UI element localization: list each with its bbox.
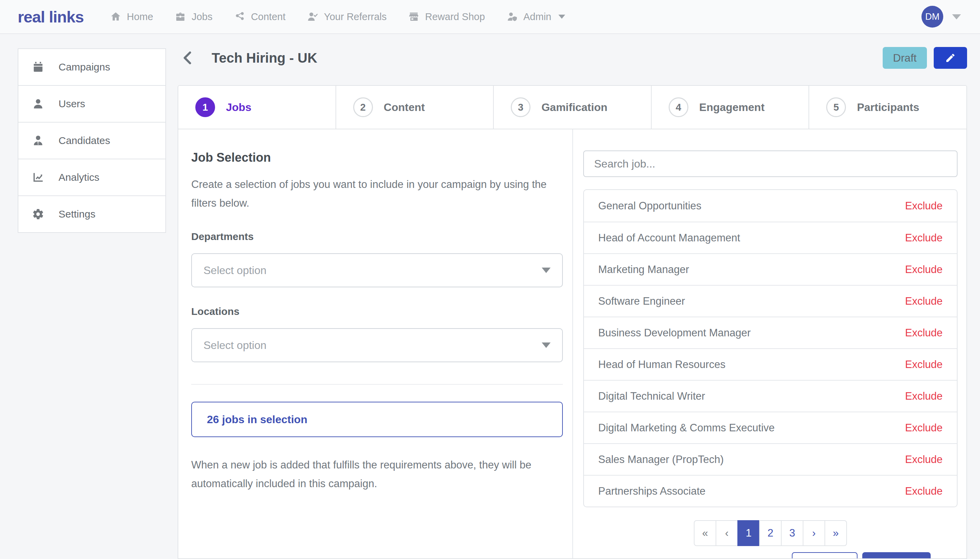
tab-jobs[interactable]: 1 Jobs bbox=[178, 86, 336, 129]
tab-label: Content bbox=[384, 101, 425, 114]
nav-item-admin[interactable]: Admin bbox=[506, 11, 565, 23]
chart-line-icon bbox=[32, 171, 44, 184]
locations-label: Locations bbox=[191, 306, 563, 317]
avatar-menu-chevron-down-icon[interactable] bbox=[952, 14, 961, 20]
primary-nav: Home Jobs Content Your Referrals Reward … bbox=[110, 11, 587, 23]
divider bbox=[191, 384, 563, 385]
departments-select[interactable]: Select option bbox=[191, 253, 563, 287]
tab-gamification[interactable]: 3 Gamification bbox=[494, 86, 652, 129]
search-job-input[interactable] bbox=[583, 150, 957, 177]
exclude-link[interactable]: Exclude bbox=[905, 232, 942, 244]
exclude-link[interactable]: Exclude bbox=[905, 263, 942, 276]
step-number: 2 bbox=[353, 98, 373, 117]
pencil-icon bbox=[945, 53, 956, 63]
share-icon bbox=[234, 11, 245, 22]
gear-icon bbox=[32, 208, 44, 220]
nav-item-jobs[interactable]: Jobs bbox=[175, 11, 212, 23]
job-name: General Opportunities bbox=[598, 200, 701, 212]
sidebar-item-label: Analytics bbox=[59, 172, 99, 183]
calendar-icon bbox=[32, 61, 44, 73]
job-name: Digital Technical Writer bbox=[598, 390, 705, 402]
nav-item-content[interactable]: Content bbox=[234, 11, 285, 23]
nav-item-reward-shop[interactable]: Reward Shop bbox=[408, 11, 485, 23]
top-navbar: real links Home Jobs Content Your Referr… bbox=[0, 0, 980, 34]
step-number: 3 bbox=[511, 98, 531, 117]
exclude-link[interactable]: Exclude bbox=[905, 295, 942, 308]
job-row: Partnerships Associate Exclude bbox=[584, 475, 957, 506]
sidebar-item-candidates[interactable]: Candidates bbox=[18, 122, 166, 159]
briefcase-icon bbox=[175, 11, 186, 22]
nav-item-your-referrals[interactable]: Your Referrals bbox=[307, 11, 386, 23]
job-selection-description: Create a selection of jobs you want to i… bbox=[191, 175, 559, 212]
avatar[interactable]: DM bbox=[921, 6, 943, 28]
campaign-wizard-card: 1 Jobs 2 Content 3 Gamification 4 Engage… bbox=[178, 85, 967, 559]
exclude-link[interactable]: Exclude bbox=[905, 390, 942, 402]
edit-campaign-button[interactable] bbox=[934, 47, 967, 69]
pagination-page-3[interactable]: 3 bbox=[781, 520, 803, 546]
wizard-next-button-partial[interactable] bbox=[862, 552, 931, 559]
home-icon bbox=[110, 11, 121, 22]
job-row: Sales Manager (PropTech) Exclude bbox=[584, 443, 957, 475]
jobs-step-content: Job Selection Create a selection of jobs… bbox=[178, 129, 967, 559]
chevron-down-icon bbox=[558, 15, 565, 19]
tab-content[interactable]: 2 Content bbox=[336, 86, 494, 129]
user-shield-icon bbox=[506, 11, 518, 22]
pagination-first[interactable]: « bbox=[694, 520, 716, 546]
job-row: Digital Technical Writer Exclude bbox=[584, 380, 957, 412]
job-name: Digital Marketing & Comms Executive bbox=[598, 422, 775, 434]
back-button[interactable] bbox=[180, 50, 195, 65]
job-row: Software Engineer Exclude bbox=[584, 285, 957, 317]
step-number: 1 bbox=[195, 98, 215, 117]
navbar-right: DM bbox=[921, 6, 970, 28]
campaign-header: Tech Hiring - UK Draft bbox=[178, 38, 967, 78]
pagination-prev[interactable]: ‹ bbox=[716, 520, 738, 546]
exclude-link[interactable]: Exclude bbox=[905, 422, 942, 434]
exclude-link[interactable]: Exclude bbox=[905, 200, 942, 212]
chevron-left-icon bbox=[180, 50, 195, 65]
sidebar-item-settings[interactable]: Settings bbox=[18, 195, 166, 233]
pagination-next[interactable]: › bbox=[803, 520, 825, 546]
job-name: Head of Account Management bbox=[598, 232, 740, 244]
job-name: Partnerships Associate bbox=[598, 485, 705, 498]
tab-participants[interactable]: 5 Participants bbox=[809, 86, 967, 129]
job-selection-panel: Job Selection Create a selection of jobs… bbox=[178, 129, 573, 559]
job-row: General Opportunities Exclude bbox=[584, 190, 957, 222]
pagination: « ‹ 1 2 3 › » bbox=[583, 520, 957, 546]
real-links-logo[interactable]: real links bbox=[18, 8, 84, 26]
pagination-page-1[interactable]: 1 bbox=[737, 520, 760, 546]
nav-item-label: Jobs bbox=[191, 11, 212, 23]
jobs-in-selection-box: 26 jobs in selection bbox=[191, 402, 563, 437]
sidebar-item-users[interactable]: Users bbox=[18, 85, 166, 122]
wizard-back-button-partial[interactable] bbox=[792, 552, 858, 559]
locations-select[interactable]: Select option bbox=[191, 328, 563, 362]
job-selection-heading: Job Selection bbox=[191, 150, 563, 165]
job-name: Head of Human Resources bbox=[598, 359, 726, 371]
wizard-steps: 1 Jobs 2 Content 3 Gamification 4 Engage… bbox=[178, 86, 967, 129]
exclude-link[interactable]: Exclude bbox=[905, 453, 942, 466]
chevron-down-icon bbox=[542, 268, 551, 273]
pagination-last[interactable]: » bbox=[825, 520, 847, 546]
job-name: Sales Manager (PropTech) bbox=[598, 453, 724, 466]
sidebar-item-label: Users bbox=[59, 98, 85, 110]
exclude-link[interactable]: Exclude bbox=[905, 327, 942, 339]
auto-include-note: When a new job is added that fulfills th… bbox=[191, 455, 559, 493]
departments-label: Departments bbox=[191, 231, 563, 242]
job-list: General Opportunities Exclude Head of Ac… bbox=[583, 189, 957, 507]
chevron-down-icon bbox=[542, 342, 551, 348]
nav-item-home[interactable]: Home bbox=[110, 11, 153, 23]
store-icon bbox=[408, 11, 419, 22]
exclude-link[interactable]: Exclude bbox=[905, 485, 942, 498]
job-row: Head of Human Resources Exclude bbox=[584, 348, 957, 380]
status-badge: Draft bbox=[883, 47, 927, 69]
sidebar-item-campaigns[interactable]: Campaigns bbox=[18, 48, 166, 86]
job-row: Marketing Manager Exclude bbox=[584, 253, 957, 285]
jobs-in-selection-count: 26 jobs in selection bbox=[207, 413, 307, 426]
exclude-link[interactable]: Exclude bbox=[905, 359, 942, 371]
tab-engagement[interactable]: 4 Engagement bbox=[652, 86, 810, 129]
job-row: Head of Account Management Exclude bbox=[584, 222, 957, 253]
step-number: 5 bbox=[826, 98, 846, 117]
departments-select-value: Select option bbox=[203, 264, 266, 277]
sidebar-item-label: Campaigns bbox=[59, 61, 110, 73]
sidebar-item-analytics[interactable]: Analytics bbox=[18, 159, 166, 196]
pagination-page-2[interactable]: 2 bbox=[759, 520, 782, 546]
